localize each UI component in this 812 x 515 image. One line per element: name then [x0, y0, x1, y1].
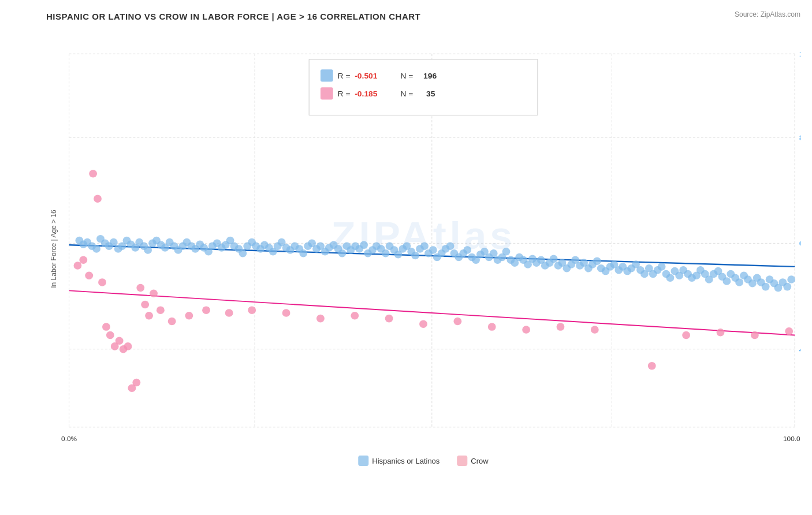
- chart-legend: Hispanics or Latinos Crow: [358, 456, 488, 466]
- svg-rect-23: [321, 87, 333, 99]
- svg-point-198: [85, 272, 93, 280]
- svg-point-226: [488, 323, 496, 331]
- svg-point-167: [666, 274, 674, 282]
- svg-point-195: [787, 275, 795, 283]
- svg-point-229: [591, 326, 599, 334]
- chart-container: HISPANIC OR LATINO VS CROW IN LABOR FORC…: [0, 0, 812, 515]
- svg-point-126: [490, 249, 498, 258]
- svg-point-210: [136, 284, 144, 292]
- svg-point-205: [116, 337, 124, 345]
- svg-point-120: [463, 246, 471, 254]
- legend-label-crow: Crow: [471, 457, 488, 465]
- svg-point-82: [299, 249, 307, 258]
- svg-point-228: [557, 323, 565, 331]
- svg-point-219: [248, 306, 256, 314]
- svg-point-96: [360, 241, 368, 249]
- svg-text:N =: N =: [400, 89, 413, 98]
- scatter-plot: 100.0% 82.5% 65.0% 47.5% 0.0% 100.0% ZIP…: [46, 26, 800, 472]
- svg-point-222: [351, 312, 359, 320]
- svg-text:82.5%: 82.5%: [799, 134, 800, 142]
- svg-point-214: [157, 306, 165, 314]
- svg-point-180: [722, 277, 731, 285]
- svg-text:R =: R =: [338, 72, 351, 80]
- svg-point-230: [648, 362, 656, 370]
- legend-item-crow: Crow: [457, 456, 488, 466]
- svg-text:N =: N =: [400, 72, 413, 80]
- svg-point-165: [658, 263, 666, 271]
- svg-point-225: [453, 318, 461, 326]
- legend-color-hispanics: [358, 456, 368, 466]
- svg-point-218: [225, 309, 233, 317]
- svg-point-209: [132, 379, 140, 387]
- svg-point-112: [429, 246, 437, 254]
- svg-point-46: [144, 246, 152, 254]
- svg-point-216: [185, 312, 193, 320]
- svg-text:R =: R =: [338, 89, 351, 98]
- svg-point-34: [92, 245, 100, 253]
- svg-text:100.0%: 100.0%: [783, 435, 800, 442]
- svg-point-207: [124, 342, 132, 350]
- legend-item-hispanics: Hispanics or Latinos: [358, 456, 439, 466]
- svg-point-233: [751, 331, 759, 339]
- svg-text:196: 196: [423, 72, 437, 80]
- svg-text:35: 35: [426, 89, 435, 98]
- svg-point-91: [338, 249, 347, 258]
- svg-point-203: [106, 331, 114, 339]
- svg-point-201: [98, 278, 106, 286]
- svg-point-189: [762, 283, 770, 291]
- svg-text:47.5%: 47.5%: [799, 346, 800, 354]
- svg-text:100.0%: 100.0%: [799, 50, 800, 58]
- svg-point-202: [102, 323, 110, 331]
- svg-point-227: [522, 326, 530, 334]
- svg-point-223: [385, 315, 393, 323]
- svg-point-101: [382, 249, 390, 258]
- svg-point-213: [150, 289, 158, 297]
- svg-point-224: [419, 320, 427, 329]
- source-label: Source: ZipAtlas.com: [735, 10, 800, 18]
- svg-text:-0.185: -0.185: [355, 89, 378, 98]
- svg-point-68: [239, 249, 247, 258]
- svg-point-231: [682, 331, 690, 339]
- svg-point-220: [282, 309, 290, 317]
- svg-point-212: [145, 312, 153, 320]
- svg-point-183: [735, 278, 743, 286]
- svg-point-232: [717, 329, 725, 337]
- svg-point-108: [411, 252, 419, 260]
- legend-label-hispanics: Hispanics or Latinos: [372, 457, 439, 465]
- svg-point-234: [785, 327, 793, 335]
- svg-point-200: [94, 195, 102, 203]
- chart-title: HISPANIC OR LATINO VS CROW IN LABOR FORC…: [46, 12, 800, 21]
- svg-point-199: [89, 170, 97, 178]
- legend-color-crow: [457, 456, 467, 466]
- chart-area: In Labor Force | Age > 16 100.0% 82.5% 6…: [46, 26, 800, 472]
- svg-rect-17: [309, 59, 538, 115]
- svg-text:65.0%: 65.0%: [799, 240, 800, 248]
- svg-point-140: [550, 255, 558, 263]
- svg-point-197: [79, 256, 87, 264]
- svg-point-38: [110, 238, 118, 247]
- svg-point-196: [73, 262, 81, 270]
- svg-text:0.0%: 0.0%: [61, 435, 77, 442]
- svg-point-150: [593, 257, 601, 265]
- svg-point-215: [168, 318, 176, 326]
- svg-point-110: [420, 242, 429, 250]
- svg-point-211: [141, 301, 149, 309]
- svg-point-194: [783, 283, 791, 291]
- svg-rect-18: [321, 69, 333, 81]
- svg-text:-0.501: -0.501: [355, 72, 378, 80]
- y-axis-label: In Labor Force | Age > 16: [50, 210, 58, 288]
- svg-point-129: [502, 248, 511, 256]
- svg-point-221: [316, 315, 325, 323]
- svg-point-217: [202, 306, 210, 314]
- svg-point-116: [446, 242, 455, 250]
